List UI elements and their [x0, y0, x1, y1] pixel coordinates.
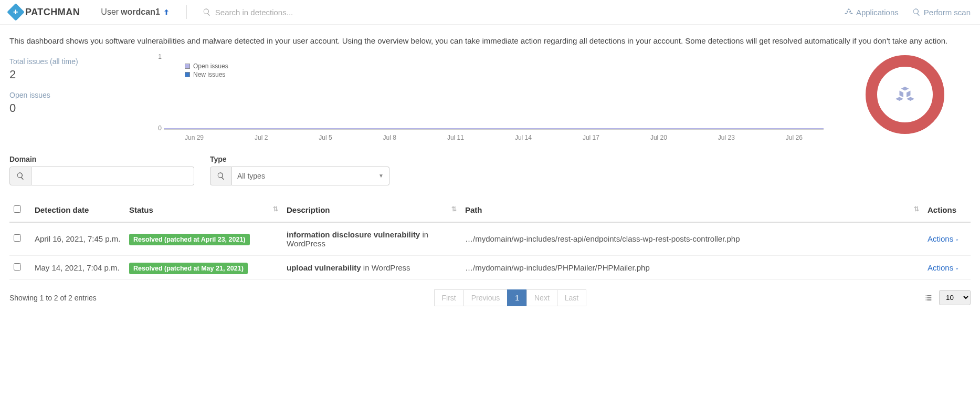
status-badge: Resolved (patched at May 21, 2021) [129, 263, 248, 274]
row-checkbox[interactable] [14, 234, 21, 242]
search-bar [203, 8, 845, 17]
entries-summary: Showing 1 to 2 of 2 entries [9, 294, 97, 302]
select-all-checkbox[interactable] [14, 205, 21, 213]
page-last[interactable]: Last [557, 289, 586, 306]
plot-area: Open issues New issues [164, 57, 824, 130]
user-name: wordcan1 [121, 7, 160, 17]
x-tick: Jul 5 [319, 134, 332, 141]
x-tick: Jul 11 [447, 134, 464, 141]
table-row: May 14, 2021, 7:04 p.m. Resolved (patche… [9, 255, 971, 279]
search-input[interactable] [215, 8, 425, 17]
cubes-icon [895, 85, 914, 104]
chevron-down-icon: ⌄ [955, 236, 959, 242]
applications-label: Applications [856, 8, 899, 17]
x-tick: Jul 17 [583, 134, 599, 141]
col-description[interactable]: Description⇅ [282, 198, 461, 222]
filter-bar: Domain Type All types ▼ [0, 142, 980, 191]
cell-description: information disclosure vulnerability in … [282, 222, 461, 256]
total-issues-label: Total issues (all time) [9, 57, 135, 66]
type-search-button[interactable] [210, 167, 232, 185]
x-tick: Jul 14 [515, 134, 532, 141]
actions-dropdown[interactable]: Actions⌄ [928, 263, 959, 272]
sort-icon: ⇅ [914, 205, 919, 213]
divider [186, 5, 187, 19]
x-tick: Jul 2 [255, 134, 268, 141]
actions-dropdown[interactable]: Actions⌄ [928, 234, 959, 243]
brand-logo[interactable]: + PATCHMAN [9, 6, 80, 18]
cell-path: …/mydomain/wp-includes/PHPMailer/PHPMail… [461, 255, 923, 279]
arrow-up-icon [162, 8, 171, 16]
domain-input[interactable] [31, 167, 194, 185]
table-footer: Showing 1 to 2 of 2 entries First Previo… [0, 280, 980, 322]
page-next[interactable]: Next [526, 289, 557, 306]
sort-icon: ⇅ [451, 205, 457, 213]
table-header-row: Detection date Status⇅ Description⇅ Path… [9, 198, 971, 222]
per-page-select[interactable]: 10 [939, 290, 971, 305]
type-select[interactable]: All types ▼ [232, 167, 389, 185]
y-tick: 0 [158, 124, 162, 132]
plus-icon: + [7, 3, 25, 21]
col-date[interactable]: Detection date [30, 198, 125, 222]
x-tick: Jul 26 [786, 134, 803, 141]
detections-table: Detection date Status⇅ Description⇅ Path… [9, 198, 971, 280]
search-icon [16, 172, 25, 180]
stats-sidebar: Total issues (all time) 2 Open issues 0 [9, 53, 135, 124]
header-nav: Applications Perform scan [845, 8, 971, 17]
legend-label: Open issues [193, 63, 228, 70]
issues-chart: 1 0 Open issues New issues Jun 29 Jul 2 … [151, 53, 824, 142]
search-icon [217, 172, 225, 180]
list-view-icon[interactable] [924, 294, 933, 302]
open-issues-value: 0 [9, 101, 135, 115]
domain-label: Domain [9, 155, 194, 163]
footer-tools: 10 [924, 290, 971, 305]
sort-icon: ⇅ [273, 205, 278, 213]
chevron-down-icon: ⌄ [955, 265, 959, 271]
page-first[interactable]: First [434, 289, 464, 306]
y-tick: 1 [158, 53, 162, 60]
cell-description: upload vulnerability in WordPress [282, 255, 461, 279]
cell-date: May 14, 2021, 7:04 p.m. [30, 255, 125, 279]
cell-date: April 16, 2021, 7:45 p.m. [30, 222, 125, 256]
x-tick: Jul 20 [650, 134, 667, 141]
page-previous[interactable]: Previous [463, 289, 508, 306]
brand-name: PATCHMAN [25, 7, 80, 18]
status-badge: Resolved (patched at April 23, 2021) [129, 234, 250, 245]
search-icon [203, 8, 211, 16]
cell-path: …/mydomain/wp-includes/rest-api/endpoint… [461, 222, 923, 256]
applications-link[interactable]: Applications [845, 8, 899, 17]
y-axis: 1 0 [151, 53, 162, 132]
cubes-icon [845, 8, 853, 16]
type-filter: Type All types ▼ [210, 155, 389, 185]
col-status[interactable]: Status⇅ [125, 198, 282, 222]
perform-scan-link[interactable]: Perform scan [912, 8, 971, 17]
pagination: First Previous 1 Next Last [435, 289, 587, 306]
col-actions: Actions [923, 198, 971, 222]
table-row: April 16, 2021, 7:45 p.m. Resolved (patc… [9, 222, 971, 256]
user-switcher[interactable]: User wordcan1 [101, 7, 170, 17]
scan-icon [912, 8, 921, 16]
type-value: All types [237, 172, 265, 180]
open-issues-label: Open issues [9, 91, 135, 99]
domain-search-button[interactable] [9, 167, 31, 185]
legend-item: Open issues [185, 63, 228, 70]
perform-scan-label: Perform scan [924, 8, 971, 17]
dashboard-description: This dashboard shows you software vulner… [0, 25, 980, 53]
x-tick: Jul 23 [718, 134, 735, 141]
series-line [164, 128, 824, 129]
donut-chart [839, 53, 971, 134]
type-label: Type [210, 155, 389, 163]
donut-ring [866, 55, 944, 134]
x-tick: Jun 29 [185, 134, 204, 141]
x-tick: Jul 8 [383, 134, 396, 141]
legend-label: New issues [193, 71, 225, 78]
caret-down-icon: ▼ [378, 173, 384, 179]
col-path[interactable]: Path⇅ [461, 198, 923, 222]
user-prefix: User [101, 7, 119, 17]
row-checkbox[interactable] [14, 263, 21, 271]
chart-legend: Open issues New issues [185, 63, 228, 79]
page-number[interactable]: 1 [507, 289, 527, 306]
legend-item: New issues [185, 71, 228, 78]
stats-row: Total issues (all time) 2 Open issues 0 … [0, 53, 980, 142]
header: + PATCHMAN User wordcan1 Applications Pe… [0, 0, 980, 25]
x-axis: Jun 29 Jul 2 Jul 5 Jul 8 Jul 11 Jul 14 J… [164, 133, 824, 142]
